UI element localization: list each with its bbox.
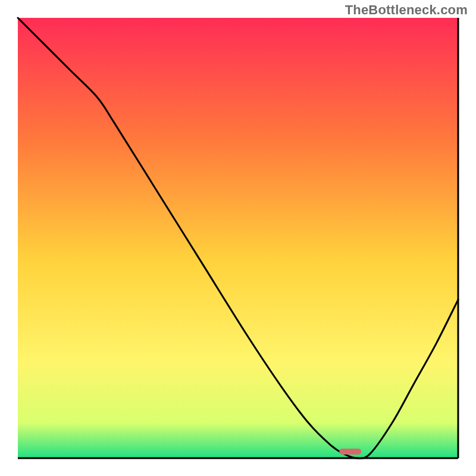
minimum-marker — [339, 449, 361, 455]
bottleneck-chart — [0, 0, 476, 476]
chart-stage: TheBottleneck.com — [0, 0, 476, 476]
